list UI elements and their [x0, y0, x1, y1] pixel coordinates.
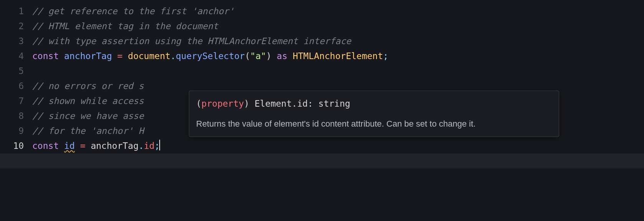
- token-comment: // no errors or red s: [32, 81, 144, 91]
- code-line[interactable]: // with type assertion using the HTMLAnc…: [32, 34, 644, 49]
- token-space: [59, 51, 64, 61]
- token-semicolon: ;: [383, 51, 388, 61]
- line-number: 6: [0, 79, 24, 94]
- token-paren: (: [245, 51, 250, 61]
- code-line-current[interactable]: const id = anchorTag.id;: [32, 139, 644, 153]
- token-object: document: [128, 51, 170, 61]
- hover-documentation: Returns the value of element's id conten…: [196, 117, 552, 130]
- token-keyword: const: [32, 51, 59, 61]
- sig-type: string: [319, 99, 350, 109]
- token-space: [271, 51, 277, 61]
- token-dot: .: [139, 141, 144, 151]
- line-number: 9: [0, 124, 24, 139]
- token-keyword: as: [277, 51, 287, 61]
- code-line[interactable]: // get reference to the first 'anchor': [32, 4, 644, 19]
- line-number: 3: [0, 34, 24, 49]
- token-property: id: [144, 141, 155, 151]
- token-function: querySelector: [176, 51, 245, 61]
- token-paren: ): [266, 51, 271, 61]
- token-semicolon: ;: [155, 141, 160, 151]
- token-comment: // with type assertion using the HTMLAnc…: [32, 36, 351, 46]
- token-space: [122, 51, 128, 61]
- line-number: 7: [0, 94, 24, 109]
- token-comment: // since we have asse: [32, 111, 144, 121]
- token-space: [59, 141, 64, 151]
- line-number: 2: [0, 19, 24, 34]
- token-dot: .: [170, 51, 176, 61]
- line-number: 5: [0, 64, 24, 79]
- code-line[interactable]: [32, 64, 644, 79]
- token-space: [75, 141, 80, 151]
- token-comment: // get reference to the first 'anchor': [32, 6, 234, 16]
- code-line[interactable]: const anchorTag = document.querySelector…: [32, 49, 644, 64]
- sig-colon: :: [308, 99, 319, 109]
- token-space: [112, 51, 117, 61]
- token-operator: =: [80, 141, 86, 151]
- token-comment: // for the 'anchor' H: [32, 126, 144, 136]
- current-line-highlight: [0, 153, 644, 168]
- token-comment: // HTML element tag in the document: [32, 21, 218, 31]
- token-type: HTMLAnchorElement: [293, 51, 383, 61]
- token-operator: =: [117, 51, 123, 61]
- sig-identifier: id: [297, 99, 308, 109]
- cursor: [159, 140, 160, 150]
- line-number: 1: [0, 4, 24, 19]
- token-string: "a": [250, 51, 266, 61]
- sig-paren: ): [244, 99, 255, 109]
- code-line[interactable]: // HTML element tag in the document: [32, 19, 644, 34]
- sig-paren: (: [196, 99, 201, 109]
- token-space: [287, 51, 293, 61]
- line-number-current: 10: [0, 139, 24, 153]
- sig-kind: property: [201, 99, 244, 109]
- line-number-gutter: 1 2 3 4 5 6 7 8 9 10: [0, 4, 27, 153]
- token-comment: // shown while access: [32, 96, 144, 106]
- line-number: 8: [0, 109, 24, 124]
- sig-qualifier: Element.: [254, 99, 297, 109]
- hover-signature: (property) Element.id: string: [196, 96, 552, 111]
- token-identifier: anchorTag: [91, 141, 139, 151]
- token-keyword: const: [32, 141, 59, 151]
- token-identifier: anchorTag: [64, 51, 112, 61]
- line-number: 4: [0, 49, 24, 64]
- hover-tooltip[interactable]: (property) Element.id: string Returns th…: [189, 91, 559, 137]
- token-identifier-warning: id: [64, 141, 75, 151]
- token-space: [86, 141, 91, 151]
